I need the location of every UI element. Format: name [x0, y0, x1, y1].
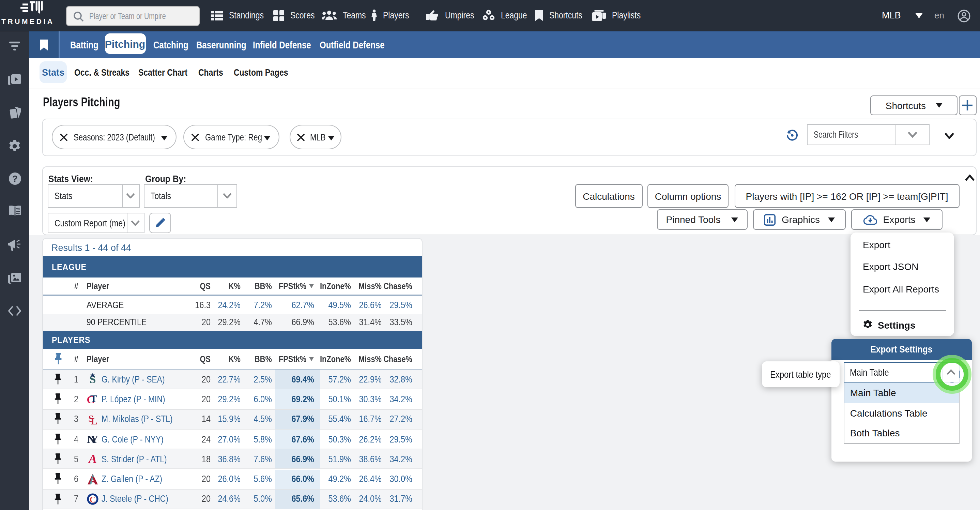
svg-text:A: A — [88, 453, 97, 465]
svg-text:?: ? — [12, 174, 18, 184]
svg-text:L: L — [91, 416, 97, 425]
svg-text:C: C — [90, 494, 96, 504]
svg-text:Y: Y — [90, 433, 98, 445]
svg-text:T: T — [90, 393, 97, 404]
